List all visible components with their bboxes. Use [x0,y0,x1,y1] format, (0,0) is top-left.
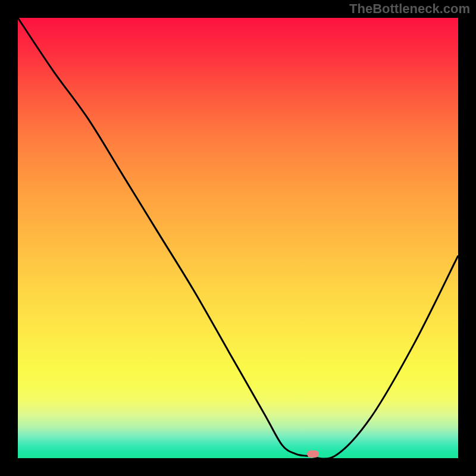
watermark-text: TheBottleneck.com [349,1,470,17]
curve-svg [18,18,458,458]
optimal-marker [307,450,319,458]
chart-container: TheBottleneck.com [0,0,476,476]
plot-area [18,18,458,458]
bottleneck-curve-path [18,18,458,458]
